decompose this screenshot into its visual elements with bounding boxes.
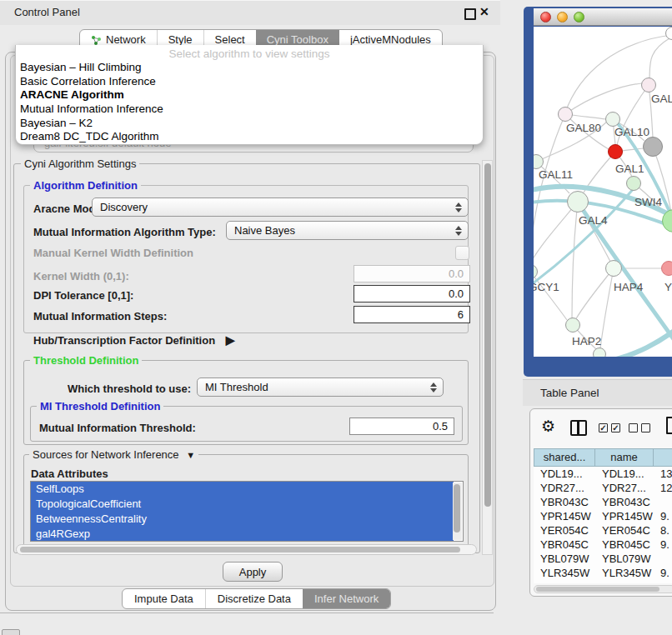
column-header-partial[interactable]: A xyxy=(654,448,672,467)
scrollbar-thumb[interactable] xyxy=(536,587,659,592)
sources-toggle[interactable]: Sources for Network Inference ▼ xyxy=(29,448,198,461)
which-threshold-combo[interactable]: MI Threshold xyxy=(197,378,444,397)
table-header-row: shared... name A xyxy=(534,448,672,467)
network-node-gal10[interactable] xyxy=(605,112,620,127)
dropdown-item-mutual-information[interactable]: Mutual Information Inference xyxy=(18,102,479,116)
mi-steps-field[interactable]: 6 xyxy=(354,306,470,323)
dropdown-item-basic-correlation[interactable]: Basic Correlation Inference xyxy=(18,75,479,88)
table-row[interactable]: YIL052CYIL052C9 xyxy=(534,580,672,583)
node-label-gal11: GAL11 xyxy=(539,168,573,181)
which-threshold-label: Which threshold to use: xyxy=(68,382,191,395)
dropdown-item-bayesian-k2[interactable]: Bayesian – K2 xyxy=(18,117,479,130)
dropdown-item-dream8[interactable]: Dream8 DC_TDC Algorithm xyxy=(18,130,479,143)
collapsed-panel-icon[interactable] xyxy=(2,629,20,635)
which-threshold-value: MI Threshold xyxy=(198,381,427,393)
table-row[interactable]: YLR345WYLR345W9. xyxy=(534,566,672,580)
mi-threshold-label: Mutual Information Threshold: xyxy=(39,422,196,434)
algorithm-dropdown: Select algorithm to view settings Bayesi… xyxy=(15,45,484,145)
network-window-titlebar xyxy=(534,8,672,26)
mi-algorithm-type-combo[interactable]: Naive Bayes xyxy=(226,221,469,240)
network-node-gal4[interactable] xyxy=(567,191,589,212)
zoom-window-icon[interactable] xyxy=(574,12,584,22)
network-node-hap4[interactable] xyxy=(605,260,622,277)
threshold-definition-title: Threshold Definition xyxy=(30,354,142,367)
manual-kernel-width-checkbox[interactable] xyxy=(455,246,469,260)
close-icon[interactable]: ✕ xyxy=(479,5,489,18)
table-horizontal-scrollbar[interactable] xyxy=(534,585,672,593)
network-node-selected-red[interactable] xyxy=(608,144,623,159)
table-row[interactable]: YER054CYER054C8. xyxy=(534,523,672,538)
aracne-mode-combo[interactable]: Discovery xyxy=(92,198,469,217)
network-node-gal2[interactable] xyxy=(641,78,656,92)
dpi-tolerance-label: DPI Tolerance [0,1]: xyxy=(33,289,133,302)
float-panel-icon[interactable] xyxy=(464,8,476,20)
network-node-gray[interactable] xyxy=(643,137,663,157)
settings-horizontal-scrollbar[interactable] xyxy=(16,544,477,555)
deselect-all-columns-icon[interactable] xyxy=(629,423,638,432)
list-item-topologicalcoefficient[interactable]: TopologicalCoefficient xyxy=(31,497,454,512)
kernel-width-label: Kernel Width (0,1): xyxy=(33,270,129,282)
node-label-gcy1: GCY1 xyxy=(534,281,559,293)
tab-discretize-data[interactable]: Discretize Data xyxy=(205,589,303,608)
network-node-salmon[interactable] xyxy=(661,261,672,276)
network-node[interactable] xyxy=(593,348,606,357)
settings-vertical-scrollbar[interactable] xyxy=(482,160,493,555)
apply-button[interactable]: Apply xyxy=(223,562,283,582)
cyni-algorithm-settings-title: Cyni Algorithm Settings xyxy=(21,158,139,170)
table-row[interactable]: YBR045CYBR045C9. xyxy=(534,538,672,552)
deselect-all-columns-icon[interactable] xyxy=(641,423,650,432)
table-rows: YDL19...YDL19...13 YDR27...YDR27...12 YB… xyxy=(534,467,672,583)
mi-steps-label: Mutual Information Steps: xyxy=(33,310,167,322)
list-item-betweennesscentrality[interactable]: BetweennessCentrality xyxy=(31,512,454,527)
hub-definition-toggle[interactable]: Hub/Transcription Factor Definition ▶ xyxy=(33,333,235,347)
column-header-name[interactable]: name xyxy=(595,448,654,467)
scrollbar-thumb[interactable] xyxy=(454,484,460,532)
list-item-selfloops[interactable]: SelfLoops xyxy=(31,482,454,497)
network-node-hap2[interactable] xyxy=(565,318,580,332)
data-attributes-list: SelfLoops TopologicalCoefficient Between… xyxy=(30,481,464,542)
mi-algorithm-type-value: Naive Bayes xyxy=(227,224,452,237)
node-label-gal80: GAL80 xyxy=(566,122,601,134)
table-row[interactable]: YPR145WYPR145W9. xyxy=(534,509,672,523)
minimize-window-icon[interactable] xyxy=(557,12,568,22)
table-row[interactable]: YBL079WYBL079W xyxy=(534,552,672,566)
close-window-icon[interactable] xyxy=(540,12,551,22)
network-edges xyxy=(534,27,672,357)
list-item-gal4rgexp[interactable]: gal4RGexp xyxy=(31,527,454,542)
scrollbar-thumb[interactable] xyxy=(20,547,460,552)
bottom-tabbar: Impute Data Discretize Data Infer Networ… xyxy=(122,588,391,609)
control-panel-titlebar: Control Panel ✕ xyxy=(0,0,500,25)
collapse-down-icon: ▼ xyxy=(186,450,195,460)
manual-kernel-width-label: Manual Kernel Width Definition xyxy=(33,247,193,259)
hub-definition-label: Hub/Transcription Factor Definition xyxy=(33,334,215,347)
table-settings-gear-icon[interactable]: ⚙ xyxy=(541,417,555,436)
tab-impute-data[interactable]: Impute Data xyxy=(123,589,205,608)
node-label-gal: GAL xyxy=(651,92,672,105)
attribute-list-scrollbar[interactable] xyxy=(453,482,462,540)
tab-infer-network[interactable]: Infer Network xyxy=(303,589,390,608)
new-table-icon[interactable] xyxy=(666,417,672,434)
network-canvas[interactable]: GAL GAL80 GAL10 GAL1 GAL11 SWI4 GAL4 GCY… xyxy=(534,27,672,357)
data-attributes-label: Data Attributes xyxy=(31,468,108,480)
kernel-width-field[interactable]: 0.0 xyxy=(354,265,470,282)
table-row[interactable]: YBR043CYBR043C xyxy=(534,495,672,509)
column-header-shared-name[interactable]: shared... xyxy=(534,448,595,467)
select-all-columns-icon[interactable]: ✓ xyxy=(611,423,620,432)
combo-stepper-icon xyxy=(452,202,465,212)
table-row[interactable]: YDR27...YDR27...12 xyxy=(534,481,672,495)
select-all-columns-icon[interactable]: ✓ xyxy=(599,423,608,432)
table-panel-titlebar: Table Panel xyxy=(523,379,672,406)
network-node-swi4[interactable] xyxy=(626,176,641,191)
dropdown-item-aracne[interactable]: ARACNE Algorithm xyxy=(18,88,479,102)
network-node-gal80[interactable] xyxy=(558,107,573,122)
node-label-hap4: HAP4 xyxy=(614,281,643,293)
mi-threshold-field[interactable]: 0.5 xyxy=(349,418,454,435)
table-panel-title: Table Panel xyxy=(540,387,599,399)
dpi-tolerance-field[interactable]: 0.0 xyxy=(354,285,470,302)
combo-stepper-icon xyxy=(427,382,440,392)
scrollbar-thumb[interactable] xyxy=(484,163,491,507)
split-panel-icon[interactable] xyxy=(570,420,587,436)
table-row[interactable]: YDL19...YDL19...13 xyxy=(534,467,672,481)
dropdown-item-bayesian-hill[interactable]: Bayesian – Hill Climbing xyxy=(18,61,479,74)
combo-stepper-icon xyxy=(452,226,465,236)
